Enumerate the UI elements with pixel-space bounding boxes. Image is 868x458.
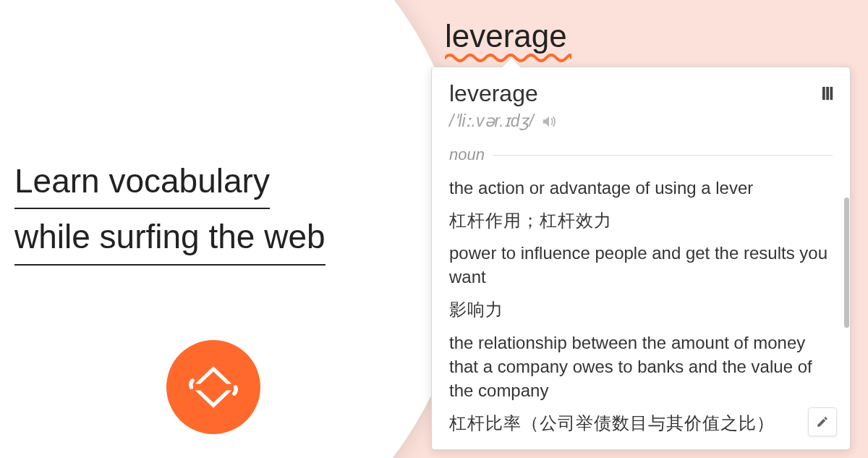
definition-zh: 影响力 — [449, 297, 833, 321]
logo-glyph — [181, 355, 246, 420]
scrollbar-thumb[interactable] — [844, 198, 849, 328]
popup-header: leverage III — [432, 67, 850, 110]
dictionary-popup: leverage III /ˈliː.vər.ɪdʒ/ noun the act… — [431, 67, 851, 450]
part-of-speech-row: noun — [449, 145, 833, 164]
app-logo — [166, 340, 260, 434]
popup-body[interactable]: noun the action or advantage of using a … — [432, 141, 850, 445]
definition-en: the action or advantage of using a lever — [449, 176, 833, 200]
pencil-icon — [816, 415, 829, 428]
highlighted-word[interactable]: leverage — [445, 18, 567, 54]
definition-en: power to influence people and get the re… — [449, 241, 833, 289]
divider-line — [493, 155, 833, 156]
pronunciation-text: /ˈliː.vər.ɪdʒ/ — [449, 111, 534, 131]
popup-title: leverage — [449, 80, 538, 107]
tagline-line-2: while surfing the web — [14, 211, 326, 265]
definition-zh: 杠杆作用；杠杆效力 — [449, 208, 833, 232]
definition-en: the relationship between the amount of m… — [449, 331, 833, 402]
part-of-speech: noun — [449, 145, 485, 164]
definition-zh: 杠杆比率（公司举债数目与其价值之比） — [449, 411, 833, 435]
pronunciation-row: /ˈliː.vər.ɪdʒ/ — [432, 110, 850, 141]
menu-icon[interactable]: III — [821, 82, 833, 105]
edit-button[interactable] — [808, 407, 837, 436]
logo-circle — [166, 340, 260, 434]
tagline: Learn vocabulary while surfing the web — [14, 156, 376, 266]
audio-icon[interactable] — [541, 114, 557, 130]
tagline-line-1: Learn vocabulary — [14, 156, 270, 209]
